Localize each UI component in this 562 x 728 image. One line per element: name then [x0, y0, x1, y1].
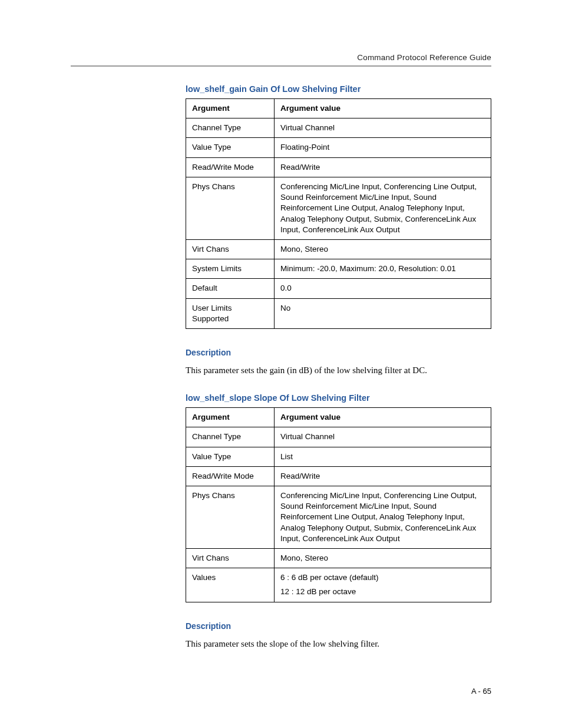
- arg-cell: Phys Chans: [186, 486, 275, 548]
- table-row: Phys Chans Conferencing Mic/Line Input, …: [186, 177, 491, 239]
- val-cell: Mono, Stereo: [275, 549, 491, 568]
- section-heading-low-shelf-slope: low_shelf_slope Slope Of Low Shelving Fi…: [186, 393, 491, 403]
- val-cell: Virtual Channel: [275, 427, 491, 447]
- description-text: This parameter sets the gain (in dB) of …: [186, 364, 491, 377]
- val-cell: Virtual Channel: [275, 118, 491, 138]
- th-argument: Argument: [186, 99, 275, 118]
- table-row: Values 6 : 6 dB per octave (default) 12 …: [186, 568, 491, 602]
- description-text: This parameter sets the slope of the low…: [186, 638, 491, 650]
- val-cell: Conferencing Mic/Line Input, Conferencin…: [275, 486, 491, 548]
- arg-cell: Virt Chans: [186, 239, 275, 259]
- arg-cell: Value Type: [186, 138, 275, 157]
- table-row: Default 0.0: [186, 279, 491, 298]
- page-number: A - 65: [471, 687, 491, 696]
- val-cell: Read/Write: [275, 157, 491, 177]
- val-cell: No: [275, 298, 491, 328]
- val-cell: Mono, Stereo: [275, 239, 491, 259]
- arg-cell: User Limits Supported: [186, 298, 275, 328]
- arg-cell: Read/Write Mode: [186, 157, 275, 177]
- table-row: Read/Write Mode Read/Write: [186, 157, 491, 177]
- doc-header-title: Command Protocol Reference Guide: [71, 53, 491, 62]
- section-heading-low-shelf-gain: low_shelf_gain Gain Of Low Shelving Filt…: [186, 84, 491, 94]
- table-row: Value Type Floating-Point: [186, 138, 491, 157]
- table-row: Value Type List: [186, 447, 491, 466]
- val-cell: Read/Write: [275, 466, 491, 486]
- val-cell: Minimum: -20.0, Maximum: 20.0, Resolutio…: [275, 259, 491, 279]
- th-argument-value: Argument value: [275, 99, 491, 118]
- th-argument: Argument: [186, 408, 275, 427]
- description-heading: Description: [186, 621, 491, 631]
- arg-cell: Read/Write Mode: [186, 466, 275, 486]
- val-cell: 6 : 6 dB per octave (default) 12 : 12 dB…: [275, 568, 491, 602]
- arg-cell: Value Type: [186, 447, 275, 466]
- val-cell: List: [275, 447, 491, 466]
- arg-cell: System Limits: [186, 259, 275, 279]
- table-row: Virt Chans Mono, Stereo: [186, 549, 491, 568]
- arg-cell: Channel Type: [186, 427, 275, 447]
- value-line: 6 : 6 dB per octave (default): [280, 572, 485, 583]
- table-row: Read/Write Mode Read/Write: [186, 466, 491, 486]
- table-row: Channel Type Virtual Channel: [186, 427, 491, 447]
- val-cell: Floating-Point: [275, 138, 491, 157]
- description-heading: Description: [186, 348, 491, 357]
- arg-cell: Phys Chans: [186, 177, 275, 239]
- th-argument-value: Argument value: [275, 408, 491, 427]
- table-row: Channel Type Virtual Channel: [186, 118, 491, 138]
- header-rule: [71, 65, 491, 67]
- val-cell: 0.0: [275, 279, 491, 298]
- arg-cell: Default: [186, 279, 275, 298]
- table-row: User Limits Supported No: [186, 298, 491, 328]
- table-low-shelf-slope: Argument Argument value Channel Type Vir…: [186, 407, 491, 602]
- val-cell: Conferencing Mic/Line Input, Conferencin…: [275, 177, 491, 239]
- arg-cell: Channel Type: [186, 118, 275, 138]
- table-row: System Limits Minimum: -20.0, Maximum: 2…: [186, 259, 491, 279]
- arg-cell: Virt Chans: [186, 549, 275, 568]
- table-row: Virt Chans Mono, Stereo: [186, 239, 491, 259]
- value-line: 12 : 12 dB per octave: [280, 587, 485, 597]
- arg-cell: Values: [186, 568, 275, 602]
- table-row: Phys Chans Conferencing Mic/Line Input, …: [186, 486, 491, 548]
- table-low-shelf-gain: Argument Argument value Channel Type Vir…: [186, 98, 491, 329]
